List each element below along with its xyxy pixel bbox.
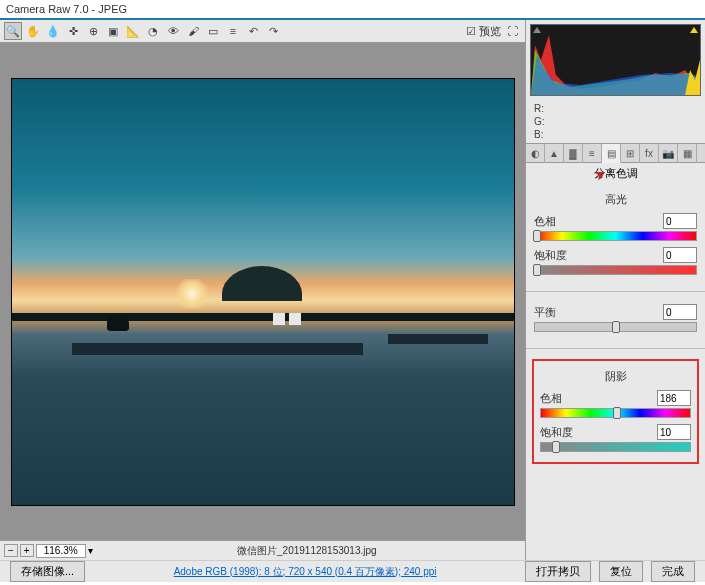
sh-hue-label: 色相 (540, 391, 584, 406)
panel-tabs: ◐ ▲ ▓ ≡ ▤ ⊞ fx 📷 ▦ ➤ (526, 143, 705, 163)
tab-presets[interactable]: ▦ (678, 144, 697, 163)
redeye-icon[interactable]: 👁 (164, 22, 182, 40)
hl-hue-label: 色相 (534, 214, 578, 229)
rgb-readout: R: G: B: (526, 100, 705, 143)
hl-sat-slider[interactable] (534, 265, 697, 275)
balance-slider[interactable] (534, 322, 697, 332)
spot-removal-icon[interactable]: ◔ (144, 22, 162, 40)
tab-curve[interactable]: ▲ (545, 144, 564, 163)
toolbar: 🔍 ✋ 💧 ✜ ⊕ ▣ 📐 ◔ 👁 🖌 ▭ ≡ ↶ ↷ ☑ 预览 ⛶ (0, 20, 525, 43)
tab-camera[interactable]: 📷 (659, 144, 678, 163)
rotate-ccw-icon[interactable]: ↶ (244, 22, 262, 40)
b-value: B: (534, 128, 697, 141)
footer: 存储图像... Adobe RGB (1998): 8 位; 720 x 540… (0, 560, 705, 582)
fullscreen-icon[interactable]: ⛶ (503, 22, 521, 40)
bottom-bar: − + ▾ 微信图片_20191128153013.jpg (0, 540, 525, 560)
color-sampler-icon[interactable]: ✜ (64, 22, 82, 40)
shadow-clip-icon[interactable] (533, 27, 541, 33)
white-balance-icon[interactable]: 💧 (44, 22, 62, 40)
tab-detail[interactable]: ▓ (564, 144, 583, 163)
sh-sat-slider[interactable] (540, 442, 691, 452)
sh-sat-label: 饱和度 (540, 425, 584, 440)
prefs-icon[interactable]: ≡ (224, 22, 242, 40)
highlights-title: 高光 (534, 188, 697, 211)
tab-split-tone[interactable]: ▤ (602, 144, 621, 163)
target-adjust-icon[interactable]: ⊕ (84, 22, 102, 40)
shadows-title: 阴影 (540, 365, 691, 388)
grad-filter-icon[interactable]: ▭ (204, 22, 222, 40)
done-button[interactable]: 完成 (651, 561, 695, 582)
shadows-section-highlighted: 阴影 色相 饱和度 (532, 359, 699, 464)
zoom-in-icon[interactable]: + (20, 544, 34, 557)
balance-input[interactable] (663, 304, 697, 320)
preview-label: 预览 (479, 24, 501, 39)
tab-lens[interactable]: ⊞ (621, 144, 640, 163)
tab-hsl[interactable]: ≡ (583, 144, 602, 163)
hl-sat-label: 饱和度 (534, 248, 578, 263)
g-value: G: (534, 115, 697, 128)
sh-hue-slider[interactable] (540, 408, 691, 418)
crop-icon[interactable]: ▣ (104, 22, 122, 40)
zoom-tool-icon[interactable]: 🔍 (4, 22, 22, 40)
hl-sat-input[interactable] (663, 247, 697, 263)
zoom-input[interactable] (36, 544, 86, 558)
sh-hue-input[interactable] (657, 390, 691, 406)
filename-label: 微信图片_20191128153013.jpg (93, 544, 521, 558)
straighten-icon[interactable]: 📐 (124, 22, 142, 40)
zoom-controls: − + ▾ (4, 544, 93, 558)
open-copy-button[interactable]: 打开拷贝 (525, 561, 591, 582)
left-pane: 🔍 ✋ 💧 ✜ ⊕ ▣ 📐 ◔ 👁 🖌 ▭ ≡ ↶ ↷ ☑ 预览 ⛶ (0, 20, 525, 560)
balance-label: 平衡 (534, 305, 578, 320)
hl-hue-input[interactable] (663, 213, 697, 229)
histogram[interactable] (530, 24, 701, 96)
app-title: Camera Raw 7.0 - JPEG (6, 3, 127, 15)
highlight-clip-icon[interactable] (690, 27, 698, 33)
panel-title: 分离色调 (526, 163, 705, 184)
tab-basic[interactable]: ◐ (526, 144, 545, 163)
tab-fx[interactable]: fx (640, 144, 659, 163)
sh-sat-input[interactable] (657, 424, 691, 440)
checkbox-icon: ☑ (466, 25, 476, 38)
canvas-area (0, 43, 525, 540)
zoom-out-icon[interactable]: − (4, 544, 18, 557)
adjust-brush-icon[interactable]: 🖌 (184, 22, 202, 40)
hl-hue-slider[interactable] (534, 231, 697, 241)
workflow-link[interactable]: Adobe RGB (1998): 8 位; 720 x 540 (0.4 百万… (85, 565, 525, 579)
right-pane: R: G: B: ◐ ▲ ▓ ≡ ▤ ⊞ fx 📷 ▦ ➤ 分离色调 高光 色相 (525, 20, 705, 560)
preview-toggle[interactable]: ☑ 预览 (466, 24, 501, 39)
r-value: R: (534, 102, 697, 115)
balance-section: 平衡 (526, 298, 705, 342)
highlights-section: 高光 色相 饱和度 (526, 184, 705, 285)
rotate-cw-icon[interactable]: ↷ (264, 22, 282, 40)
title-bar: Camera Raw 7.0 - JPEG (0, 0, 705, 20)
hand-tool-icon[interactable]: ✋ (24, 22, 42, 40)
save-image-button[interactable]: 存储图像... (10, 561, 85, 582)
reset-button[interactable]: 复位 (599, 561, 643, 582)
main-area: 🔍 ✋ 💧 ✜ ⊕ ▣ 📐 ◔ 👁 🖌 ▭ ≡ ↶ ↷ ☑ 预览 ⛶ (0, 20, 705, 560)
image-preview[interactable] (11, 78, 515, 506)
